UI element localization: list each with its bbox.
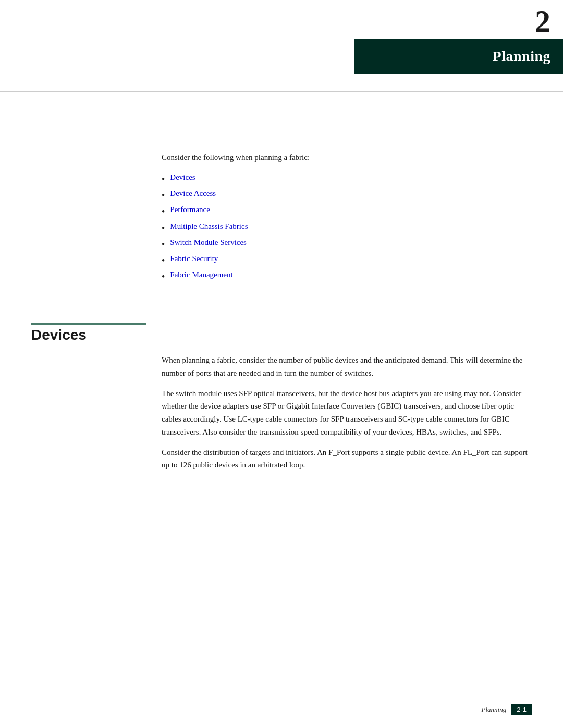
chapter-number: 2	[535, 4, 550, 39]
section-body: When planning a fabric, consider the num…	[162, 354, 532, 472]
bullet-dot: •	[162, 270, 165, 283]
list-item: • Performance	[162, 205, 532, 218]
list-item: • Multiple Chassis Fabrics	[162, 222, 532, 235]
page-container: 2 Planning Consider the following when p…	[0, 0, 563, 728]
bullet-dot: •	[162, 238, 165, 251]
bullet-dot: •	[162, 254, 165, 267]
bottom-header-rule	[0, 91, 563, 92]
bullet-list: • Devices • Device Access • Performance …	[162, 173, 532, 283]
fabric-management-link[interactable]: Fabric Management	[170, 270, 232, 279]
list-item: • Devices	[162, 173, 532, 186]
chapter-title-bar: Planning	[354, 39, 563, 74]
list-item: • Switch Module Services	[162, 238, 532, 251]
devices-link[interactable]: Devices	[170, 173, 195, 182]
chapter-title-text: Planning	[493, 48, 550, 64]
bullet-dot: •	[162, 173, 165, 186]
main-content: Consider the following when planning a f…	[162, 151, 532, 299]
list-item: • Device Access	[162, 189, 532, 202]
body-paragraph-3: Consider the distribution of targets and…	[162, 446, 532, 472]
footer-page-number: 2-1	[511, 704, 532, 715]
bullet-dot: •	[162, 222, 165, 235]
multiple-chassis-link[interactable]: Multiple Chassis Fabrics	[170, 222, 248, 231]
body-paragraph-1: When planning a fabric, consider the num…	[162, 354, 532, 380]
devices-section-title: Devices	[31, 327, 532, 343]
performance-link[interactable]: Performance	[170, 205, 210, 214]
switch-module-link[interactable]: Switch Module Services	[170, 238, 247, 247]
footer-label: Planning	[482, 706, 507, 714]
device-access-link[interactable]: Device Access	[170, 189, 216, 198]
body-paragraph-2: The switch module uses SFP optical trans…	[162, 387, 532, 439]
section-rule	[31, 323, 146, 325]
chapter-header: 2 Planning	[354, 0, 563, 74]
page-footer: Planning 2-1	[31, 704, 532, 715]
devices-section: Devices When planning a fabric, consider…	[31, 323, 532, 479]
intro-text: Consider the following when planning a f…	[162, 151, 532, 164]
list-item: • Fabric Security	[162, 254, 532, 267]
chapter-number-area: 2	[354, 0, 563, 39]
bullet-dot: •	[162, 205, 165, 218]
list-item: • Fabric Management	[162, 270, 532, 283]
bullet-dot: •	[162, 189, 165, 202]
fabric-security-link[interactable]: Fabric Security	[170, 254, 218, 263]
